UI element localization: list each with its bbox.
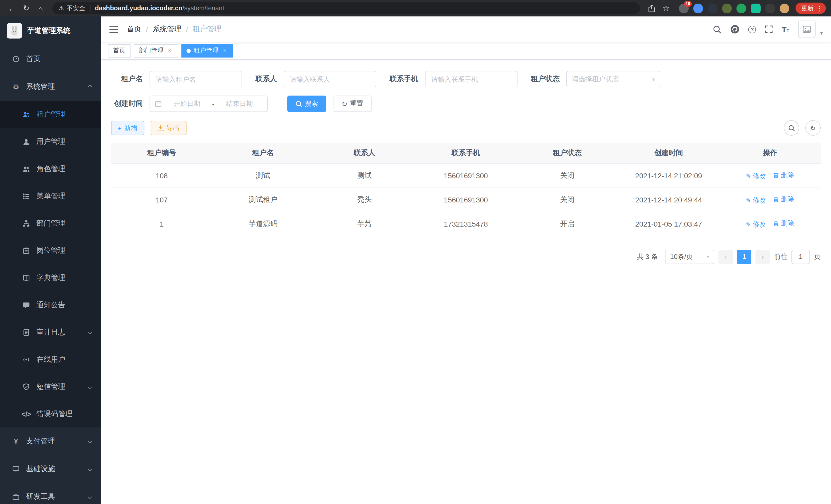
plus-icon: + bbox=[118, 124, 121, 132]
total-count: 共 3 条 bbox=[637, 252, 658, 261]
sidebar-item-menu[interactable]: 菜单管理 bbox=[0, 182, 101, 210]
share-icon[interactable] bbox=[645, 2, 658, 15]
add-button[interactable]: + 新增 bbox=[111, 121, 144, 135]
calendar-icon bbox=[155, 100, 162, 108]
help-icon[interactable]: ? bbox=[748, 25, 756, 33]
edit-link[interactable]: ✎修改 bbox=[746, 219, 766, 229]
home-icon[interactable]: ⌂ bbox=[34, 2, 47, 15]
extension-icon[interactable] bbox=[751, 3, 761, 13]
extension-icon[interactable]: 10 bbox=[679, 3, 689, 13]
sidebar-item-home[interactable]: 首页 bbox=[0, 45, 101, 73]
infra-monitor-icon bbox=[11, 466, 21, 473]
sidebar-item-audit-log[interactable]: 审计日志 bbox=[0, 319, 101, 346]
error-code-icon: </> bbox=[22, 410, 31, 418]
toggle-search-button[interactable] bbox=[784, 120, 799, 136]
table-row: 1 芋道源码 芋艿 17321315478 开启 2021-01-05 17:0… bbox=[111, 212, 821, 236]
address-bar[interactable]: ⚠ 不安全 dashboard.yudao.iocoder.cn /system… bbox=[52, 2, 640, 14]
avatar-dropdown-caret-icon[interactable]: ▾ bbox=[820, 30, 823, 38]
refresh-table-button[interactable]: ↻ bbox=[805, 120, 821, 136]
sidebar-item-system[interactable]: ⚙ 系统管理 bbox=[0, 73, 101, 101]
sidebar-item-infra[interactable]: 基础设施 bbox=[0, 455, 101, 483]
close-icon[interactable]: × bbox=[167, 47, 173, 54]
sidebar-item-notice[interactable]: 通知公告 bbox=[0, 291, 101, 319]
status-cell: 开启 bbox=[516, 212, 618, 236]
sidebar-item-dept[interactable]: 部门管理 bbox=[0, 210, 101, 237]
extensions-area: 10 bbox=[679, 3, 790, 13]
delete-link[interactable]: 删除 bbox=[773, 195, 794, 204]
delete-link[interactable]: 删除 bbox=[773, 170, 794, 180]
trash-icon bbox=[773, 196, 779, 202]
goto-page-input[interactable] bbox=[792, 249, 810, 264]
sidebar-item-online-user[interactable]: 在线用户 bbox=[0, 346, 101, 373]
sidebar-item-user[interactable]: 用户管理 bbox=[0, 128, 101, 155]
divider bbox=[90, 5, 90, 11]
collapse-sidebar-icon[interactable] bbox=[109, 25, 118, 33]
avatar[interactable] bbox=[798, 21, 815, 38]
extension-icon[interactable] bbox=[693, 3, 703, 13]
export-button[interactable]: 导出 bbox=[150, 121, 186, 135]
browser-menu-icon[interactable]: ⋮ bbox=[816, 4, 823, 12]
sidebar-item-devtools[interactable]: 研发工具 bbox=[0, 483, 101, 504]
tab-dept[interactable]: 部门管理 × bbox=[134, 44, 178, 57]
chevron-down-icon bbox=[88, 495, 92, 499]
create-time-range-picker[interactable]: 开始日期 - 结束日期 bbox=[149, 95, 268, 112]
sidebar-menu: 首页 ⚙ 系统管理 租户管理 bbox=[0, 45, 101, 504]
sidebar-item-role[interactable]: 角色管理 bbox=[0, 155, 101, 182]
sidebar-item-error-code[interactable]: </> 错误码管理 bbox=[0, 400, 101, 427]
sidebar: 芋道管理系统 首页 ⚙ 系统管理 bbox=[0, 17, 101, 504]
fullscreen-icon[interactable] bbox=[765, 25, 773, 33]
tab-tenant[interactable]: 租户管理 × bbox=[181, 44, 233, 57]
edit-link[interactable]: ✎修改 bbox=[746, 171, 766, 181]
search-icon[interactable] bbox=[713, 25, 722, 34]
delete-link[interactable]: 删除 bbox=[773, 218, 794, 228]
github-icon[interactable] bbox=[730, 25, 740, 34]
page-1-button[interactable]: 1 bbox=[737, 249, 751, 264]
bookmark-star-icon[interactable]: ☆ bbox=[659, 2, 673, 15]
status-label: 租户状态 bbox=[531, 75, 560, 84]
audit-doc-icon bbox=[22, 329, 31, 336]
tenant-name-input[interactable] bbox=[149, 71, 242, 87]
sidebar-item-payment[interactable]: ¥ 支付管理 bbox=[0, 427, 101, 455]
extension-icon[interactable] bbox=[765, 3, 775, 13]
next-page-button[interactable]: › bbox=[755, 249, 770, 264]
search-button[interactable]: 搜索 bbox=[287, 95, 326, 112]
download-icon bbox=[157, 125, 164, 131]
breadcrumb-section[interactable]: 系统管理 bbox=[153, 25, 181, 34]
dept-tree-icon bbox=[22, 219, 31, 227]
sidebar-item-post[interactable]: 岗位管理 bbox=[0, 237, 101, 264]
tab-home[interactable]: 首页 bbox=[108, 44, 131, 57]
date-start-placeholder: 开始日期 bbox=[164, 99, 210, 109]
font-size-icon[interactable]: TT bbox=[782, 25, 790, 33]
extension-icon[interactable] bbox=[780, 3, 790, 13]
date-end-placeholder: 结束日期 bbox=[217, 99, 263, 109]
extension-icon[interactable] bbox=[708, 3, 717, 13]
reset-button[interactable]: ↻ 重置 bbox=[334, 95, 372, 112]
dict-book-icon bbox=[22, 274, 31, 281]
search-icon bbox=[788, 125, 795, 131]
tabs-bar: 首页 部门管理 × 租户管理 × bbox=[101, 42, 831, 60]
sidebar-item-tenant[interactable]: 租户管理 bbox=[0, 101, 101, 128]
extension-icon[interactable] bbox=[722, 3, 732, 13]
edit-link[interactable]: ✎修改 bbox=[746, 196, 766, 205]
breadcrumb-home[interactable]: 首页 bbox=[127, 25, 141, 34]
dashboard-icon bbox=[11, 56, 21, 63]
sidebar-item-sms[interactable]: 短信管理 bbox=[0, 373, 101, 400]
security-label: 不安全 bbox=[67, 4, 85, 12]
extension-icon[interactable] bbox=[737, 3, 746, 13]
update-button[interactable]: 更新 ⋮ bbox=[796, 3, 826, 14]
devtools-box-icon bbox=[11, 493, 21, 500]
tenant-name-label: 租户名 bbox=[111, 75, 143, 84]
close-icon[interactable]: × bbox=[222, 47, 228, 54]
table-row: 108 测试 测试 15601691300 关闭 2021-12-14 21:0… bbox=[111, 164, 821, 187]
page-size-select[interactable]: 10条/页 ▾ bbox=[665, 249, 714, 264]
contact-input[interactable] bbox=[284, 71, 376, 87]
prev-page-button[interactable]: ‹ bbox=[718, 249, 733, 264]
phone-input[interactable] bbox=[425, 71, 517, 87]
page-unit-label: 页 bbox=[814, 252, 821, 261]
back-icon[interactable]: ← bbox=[5, 2, 19, 15]
sidebar-item-dict[interactable]: 字典管理 bbox=[0, 264, 101, 291]
tenant-status-select[interactable]: 请选择租户状态 ▾ bbox=[566, 71, 660, 87]
reload-icon[interactable]: ↻ bbox=[20, 2, 33, 15]
logo-image bbox=[7, 23, 22, 38]
refresh-icon: ↻ bbox=[342, 100, 347, 107]
